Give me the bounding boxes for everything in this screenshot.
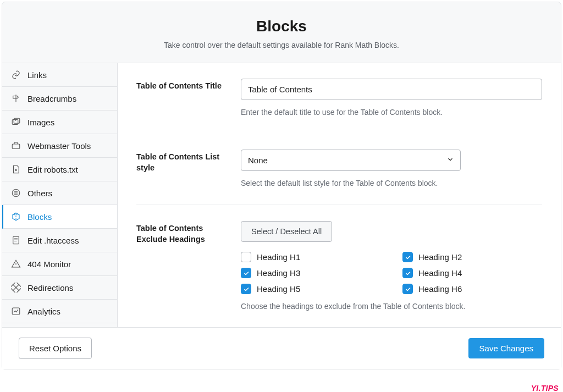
file-text-icon xyxy=(11,235,21,245)
sidebar-item-blocks[interactable]: Blocks xyxy=(2,205,117,229)
setting-help: Choose the headings to exclude from the … xyxy=(241,302,542,311)
checkbox-label: Heading H4 xyxy=(418,268,462,278)
setting-help: Select the default list style for the Ta… xyxy=(241,179,542,187)
checkbox-heading-h2[interactable]: Heading H2 xyxy=(402,252,542,262)
sidebar-item-label: 404 Monitor xyxy=(27,260,71,269)
checkbox-heading-h4[interactable]: Heading H4 xyxy=(402,268,542,278)
setting-toc-list-style: Table of Contents List style None Select… xyxy=(136,150,542,205)
checkbox-icon xyxy=(241,252,251,262)
checkbox-checked-icon xyxy=(402,268,413,278)
checkbox-checked-icon xyxy=(402,252,413,262)
svg-rect-6 xyxy=(13,236,19,244)
reset-options-button[interactable]: Reset Options xyxy=(19,338,92,359)
svg-rect-3 xyxy=(12,144,20,148)
sidebar-item-breadcrumbs[interactable]: Breadcrumbs xyxy=(2,87,117,111)
sidebar-item-webmaster-tools[interactable]: Webmaster Tools xyxy=(2,134,117,158)
checkbox-label: Heading H6 xyxy=(418,284,462,294)
file-lock-icon xyxy=(11,164,21,174)
blocks-icon xyxy=(11,212,21,222)
sidebar-item-analytics[interactable]: Analytics xyxy=(2,300,117,323)
links-icon xyxy=(11,70,21,80)
sidebar-item-edit-htaccess[interactable]: Edit .htaccess xyxy=(2,229,117,252)
toc-list-style-select[interactable]: None xyxy=(241,150,461,171)
sidebar-item-redirections[interactable]: Redirections xyxy=(2,276,117,300)
sidebar-item-links[interactable]: Links xyxy=(2,63,117,87)
select-deselect-all-button[interactable]: Select / Deselect All xyxy=(241,221,332,242)
sidebar-item-label: Analytics xyxy=(27,307,60,316)
sidebar-item-404-monitor[interactable]: 404 Monitor xyxy=(2,252,117,276)
redirect-icon xyxy=(11,283,21,292)
checkbox-label: Heading H3 xyxy=(257,268,300,278)
setting-toc-title: Table of Contents Title Enter the defaul… xyxy=(136,79,542,133)
save-changes-button[interactable]: Save Changes xyxy=(468,338,544,358)
sidebar-item-label: Others xyxy=(27,189,52,198)
toc-title-input[interactable] xyxy=(241,79,542,100)
warning-icon xyxy=(11,259,21,269)
checkbox-checked-icon xyxy=(241,268,251,278)
sidebar-item-label: Links xyxy=(27,70,47,80)
page-title: Blocks xyxy=(13,18,550,35)
checkbox-checked-icon xyxy=(241,284,251,294)
setting-toc-exclude-headings: Table of Contents Exclude Headings Selec… xyxy=(136,221,542,316)
sidebar-item-edit-robots[interactable]: Edit robots.txt xyxy=(2,158,117,181)
settings-sidebar: Links Breadcrumbs Images Webmaster Tools… xyxy=(2,63,118,327)
signpost-icon xyxy=(11,93,21,103)
sidebar-item-label: Redirections xyxy=(27,283,73,292)
svg-point-2 xyxy=(15,119,16,120)
setting-label: Table of Contents Exclude Headings xyxy=(136,221,230,311)
toolbox-icon xyxy=(11,141,21,151)
checkbox-label: Heading H2 xyxy=(418,252,462,262)
page-subtitle: Take control over the default settings a… xyxy=(13,41,550,49)
sidebar-item-label: Edit .htaccess xyxy=(27,236,79,245)
list-icon xyxy=(11,188,21,198)
setting-help: Enter the default title to use for the T… xyxy=(241,108,542,117)
checkbox-heading-h5[interactable]: Heading H5 xyxy=(241,284,380,294)
checkbox-checked-icon xyxy=(402,284,413,294)
main-content: Table of Contents Title Enter the defaul… xyxy=(118,63,561,327)
sidebar-item-images[interactable]: Images xyxy=(2,111,117,134)
sidebar-item-label: Blocks xyxy=(27,212,52,222)
watermark: YI.TIPS xyxy=(531,384,559,392)
sidebar-item-label: Images xyxy=(27,118,54,127)
svg-rect-1 xyxy=(14,118,20,123)
checkbox-heading-h1[interactable]: Heading H1 xyxy=(241,252,380,262)
setting-label: Table of Contents Title xyxy=(136,79,230,117)
images-icon xyxy=(11,117,21,127)
sidebar-item-label: Edit robots.txt xyxy=(27,165,78,174)
sidebar-item-others[interactable]: Others xyxy=(2,181,117,205)
sidebar-item-label: Breadcrumbs xyxy=(27,94,76,103)
page-header: Blocks Take control over the default set… xyxy=(2,2,561,63)
setting-label: Table of Contents List style xyxy=(136,150,230,187)
svg-point-4 xyxy=(15,169,16,170)
page-footer: Reset Options Save Changes xyxy=(2,327,561,369)
checkbox-label: Heading H5 xyxy=(257,284,300,294)
checkbox-heading-h6[interactable]: Heading H6 xyxy=(402,284,542,294)
checkbox-label: Heading H1 xyxy=(257,252,300,262)
sidebar-item-label: Webmaster Tools xyxy=(27,141,91,151)
analytics-icon xyxy=(11,306,21,316)
checkbox-heading-h3[interactable]: Heading H3 xyxy=(241,268,380,278)
